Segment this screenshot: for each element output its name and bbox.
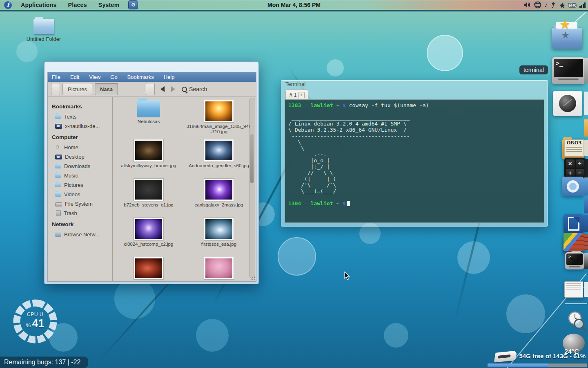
clock-search-icon[interactable] [566,311,587,334]
sidebar-item-videos[interactable]: Videos [52,190,112,199]
network-folder-icon [55,232,61,237]
calc-divide-key: ÷ [576,159,584,168]
tux-ascii-line: /'\_ _/`\ [288,182,541,188]
calc-minus-key: − [576,169,584,177]
libreoffice-icon[interactable] [564,214,584,233]
folder-icon [55,114,61,119]
fm-menu-view[interactable]: View [89,74,100,80]
gear-icon[interactable]: ⚙ [128,0,138,9]
file-item[interactable]: canisgalaxy_2mass.jpg [184,177,254,216]
pushpin-icon[interactable] [550,2,556,8]
menu-places[interactable]: Places [62,2,93,8]
signal-bars-icon[interactable] [579,2,586,8]
panel-clock[interactable]: Mon Mar 4, 8:56 PM [267,2,321,8]
file-item[interactable]: cl0024_hstcomp_c2.jpg [114,216,184,256]
paint-wall-icon[interactable] [564,233,584,251]
cpu-value: 41 [32,317,45,330]
file-name: horsehead_noao.jpg [186,281,252,281]
sidebar-item-trash[interactable]: Trash [52,209,112,218]
menu-applications[interactable]: Applications [15,2,62,8]
back-arrow-icon[interactable] [160,86,165,92]
terminal-glyph: >_ [566,254,583,265]
path-root-button[interactable] [51,83,60,95]
sidebar-item-label: Music [64,173,78,179]
sidebar-item-music[interactable]: Music [52,171,112,180]
menu-system[interactable]: System [93,2,125,8]
file-name: allskymilkyway_brunier.jpg [116,163,182,168]
tux-ascii-line: (| | ) [288,176,541,182]
file-item[interactable]: heartandsoul_dss [114,256,184,281]
gray-star-icon: ★ [561,29,570,41]
tab-close-icon[interactable]: x [298,92,305,98]
scrollbar-thumb[interactable] [250,134,254,183]
file-manager-frame: File Edit View Go Bookmarks Help Picture… [47,72,256,282]
fm-menu-bookmarks[interactable]: Bookmarks [127,74,154,80]
panel-shadow-strip [0,10,588,11]
sidebar-item-label: Home [64,144,78,150]
music-note-icon[interactable]: ♪ [544,1,548,9]
disk-usage-widget: 54G free of 143G - 61% [488,352,587,367]
file-item[interactable]: Nebulosas [114,99,184,138]
path-button-nasa[interactable]: Nasa [95,83,118,95]
desktop-icon-untitled-folder[interactable]: Untitled Folder [21,19,66,42]
file-item[interactable]: allskymilkyway_brunier.jpg [114,138,184,177]
mouse-cursor [344,272,351,282]
terminal-window[interactable]: Terminal # 1 x 1303 · lawliet ~ $ cowsay… [281,80,548,227]
file-manager-file-area: Nebulosas 318664main_image_1305_946-710.… [113,97,256,281]
sidebar-item-home[interactable]: Home [52,143,112,152]
sidebar-item-desktop[interactable]: Desktop [52,152,112,162]
fm-menu-help[interactable]: Help [164,74,175,80]
keyboard-icon[interactable] [568,2,577,8]
camera-lens-icon [559,95,576,112]
file-item[interactable]: horsehead_noao.jpg [184,256,254,281]
path-extra-button[interactable] [146,83,155,95]
favorites-folder-icon[interactable]: ★ ★ [552,28,582,49]
sidebar-item-downloads[interactable]: Downloads [52,162,112,171]
desktop-icon-label: Untitled Folder [21,36,66,42]
search-button[interactable]: Search [182,86,207,92]
sidebar-item-label: Trash [64,210,77,216]
file-item[interactable]: 318664main_image_1305_946-710.jpg [184,99,254,138]
sidebar-item-x-nautilus[interactable]: x-nautilus-de... [52,121,112,131]
terminal-tooltip: terminal [519,65,548,74]
fm-menu-file[interactable]: File [52,74,60,80]
file-item[interactable]: firstqsos_esa.jpg [184,216,254,256]
fedora-logo-icon[interactable]: f [4,1,12,9]
cpu-ring-widget: CPU U % 41 [10,296,60,347]
folder-icon [55,192,61,197]
path-button-pictures[interactable]: Pictures [62,83,92,95]
terminal-small-icon[interactable]: >_ [565,252,584,269]
fm-menu-edit[interactable]: Edit [70,74,79,80]
lens-launcher-icon[interactable] [553,91,582,116]
vertical-scrollbar[interactable] [249,98,255,278]
sidebar-item-texts[interactable]: Texts [52,112,112,121]
image-thumbnail [204,218,234,240]
sidebar-item-pictures[interactable]: Pictures [52,180,112,190]
chromium-browser-icon[interactable] [562,177,584,196]
image-thumbnail [134,179,163,201]
notepad-icon[interactable] [564,281,583,298]
tux-ascii-line: // \ \ [288,170,541,176]
terminal-screen[interactable]: 1303 · lawliet ~ $ cowsay -f tux $(uname… [285,99,544,223]
network-globe-icon[interactable] [534,1,541,9]
disk-usage-text: 54G free of 143G - 61% [519,352,586,359]
resize-grip[interactable] [250,276,255,280]
calculator-icon[interactable]: × ÷ + − [564,158,586,178]
sidebar-item-browse-network[interactable]: Browse Netw... [52,230,112,239]
terminal-launcher-icon[interactable]: >_ [552,57,585,84]
newspaper-icon[interactable]: ОБОЗ [564,139,584,157]
forward-arrow-icon[interactable] [171,86,175,92]
star-tray-icon[interactable] [559,2,566,8]
volume-icon[interactable] [523,2,531,8]
image-thumbnail [204,179,234,201]
sidebar-item-filesystem[interactable]: File System [52,199,112,209]
file-item[interactable]: Andromeda_gendler_s60.jpg [184,138,254,177]
file-item[interactable]: b72neb_stevens_c1.jpg [114,177,184,216]
file-manager-window[interactable]: File Edit View Go Bookmarks Help Picture… [44,61,259,284]
folder-icon [33,19,54,34]
cowsay-bubble-line: _____________________________________ [288,114,541,121]
image-thumbnail [204,139,234,162]
folder-icon [55,173,61,178]
fm-menu-go[interactable]: Go [110,74,117,80]
terminal-tab[interactable]: # 1 x [285,90,308,100]
